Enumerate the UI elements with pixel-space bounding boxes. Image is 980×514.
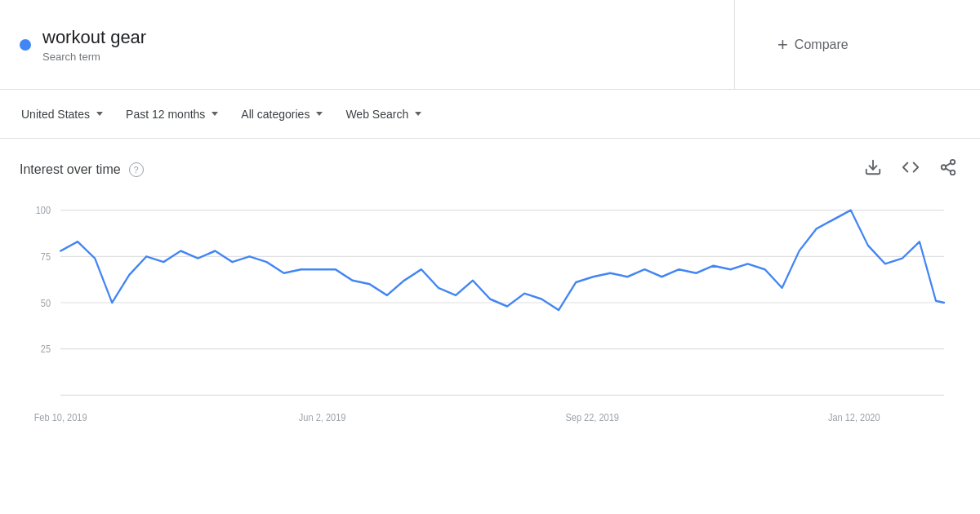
svg-text:100: 100 xyxy=(36,205,51,216)
svg-text:Feb 10, 2019: Feb 10, 2019 xyxy=(34,411,87,423)
svg-text:Sep 22, 2019: Sep 22, 2019 xyxy=(565,411,618,423)
download-icon xyxy=(864,158,882,176)
help-label: ? xyxy=(134,165,139,175)
search-term-title: workout gear xyxy=(42,26,146,50)
region-chevron-icon xyxy=(96,112,103,116)
trend-chart: 100 75 50 25 Feb 10, 2019 Jun 2, 2019 Se… xyxy=(20,192,960,469)
share-button[interactable] xyxy=(936,155,960,184)
search-type-filter[interactable]: Web Search xyxy=(337,103,430,126)
search-term-block: workout gear Search term xyxy=(42,26,146,64)
search-dot xyxy=(20,39,31,51)
chart-title-row: Interest over time ? xyxy=(20,162,144,177)
trend-line xyxy=(60,210,944,310)
compare-button[interactable]: + Compare xyxy=(768,29,858,60)
chart-actions xyxy=(861,155,960,184)
embed-button[interactable] xyxy=(898,155,923,184)
chart-container: 100 75 50 25 Feb 10, 2019 Jun 2, 2019 Se… xyxy=(20,192,960,469)
region-filter[interactable]: United States xyxy=(13,103,111,126)
search-type-label: Web Search xyxy=(345,108,408,121)
search-type-chevron-icon xyxy=(415,112,421,116)
help-icon[interactable]: ? xyxy=(129,162,144,177)
share-icon xyxy=(939,158,957,176)
chart-section: Interest over time ? xyxy=(0,139,980,469)
svg-text:50: 50 xyxy=(41,297,51,308)
compare-plus-icon: + xyxy=(777,36,788,54)
compare-section: + Compare xyxy=(735,0,980,89)
period-label: Past 12 months xyxy=(126,108,205,121)
region-label: United States xyxy=(21,108,90,121)
header: workout gear Search term + Compare xyxy=(0,0,980,90)
search-term-label: Search term xyxy=(42,51,146,63)
category-chevron-icon xyxy=(316,112,323,116)
search-term-section: workout gear Search term xyxy=(0,0,735,89)
category-filter[interactable]: All categories xyxy=(233,103,331,126)
period-filter[interactable]: Past 12 months xyxy=(118,103,226,126)
compare-label: Compare xyxy=(795,38,849,52)
chart-title: Interest over time xyxy=(20,162,121,177)
category-label: All categories xyxy=(241,108,310,121)
svg-text:Jun 2, 2019: Jun 2, 2019 xyxy=(299,411,346,423)
svg-line-4 xyxy=(946,168,951,171)
chart-header: Interest over time ? xyxy=(20,155,960,184)
period-chevron-icon xyxy=(212,112,218,116)
svg-text:75: 75 xyxy=(41,250,51,262)
svg-text:Jan 12, 2020: Jan 12, 2020 xyxy=(828,411,880,423)
svg-line-5 xyxy=(946,163,951,166)
svg-text:25: 25 xyxy=(41,343,51,355)
filters-bar: United States Past 12 months All categor… xyxy=(0,90,980,139)
download-button[interactable] xyxy=(861,155,885,184)
embed-icon xyxy=(902,158,920,176)
